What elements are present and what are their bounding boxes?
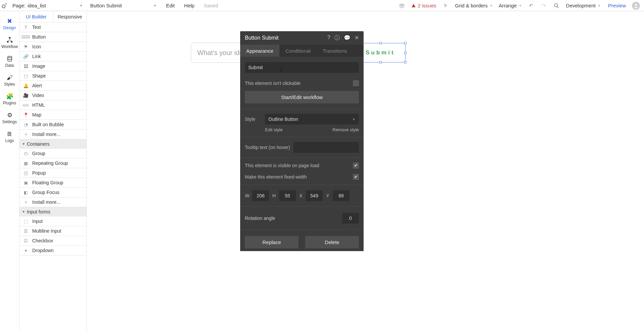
chevron-down-icon: ▼	[79, 4, 83, 7]
start-workflow-button[interactable]: Start/Edit workflow	[245, 91, 359, 103]
pointer-icon[interactable]	[442, 2, 449, 9]
svg-line-13	[10, 40, 12, 41]
palette-item-link[interactable]: 🔗Link	[19, 52, 87, 61]
issues-button[interactable]: 2 issues	[411, 3, 436, 8]
palette-item-install-more-containers[interactable]: ＋Install more...	[19, 197, 87, 207]
divider	[240, 109, 364, 109]
canvas[interactable]: What's your idea? Submit	[87, 11, 644, 331]
deploy-mode-menu[interactable]: Development ▼	[566, 3, 600, 8]
tab-responsive[interactable]: Responsive	[53, 11, 87, 22]
close-icon[interactable]: ✕	[355, 35, 359, 42]
warning-icon	[411, 3, 416, 8]
replace-button[interactable]: Replace	[245, 236, 299, 248]
arrange-menu[interactable]: Arrange ▼	[499, 3, 522, 8]
palette-item-alert[interactable]: 🔔Alert	[19, 81, 87, 91]
menu-edit[interactable]: Edit	[166, 3, 175, 8]
shape-icon: ▢	[23, 73, 29, 79]
gift-icon[interactable]	[398, 2, 405, 9]
palette-item-label: Floating Group	[32, 180, 63, 185]
user-avatar[interactable]	[632, 2, 640, 10]
palette-item-label: Built on Bubble	[32, 122, 64, 127]
palette-item-text[interactable]: TText	[19, 22, 87, 32]
palette-item-video[interactable]: 🎥Video	[19, 91, 87, 100]
y-input[interactable]: 89	[333, 190, 350, 201]
search-icon[interactable]	[553, 2, 560, 9]
y-label: Y	[325, 193, 330, 198]
palette-item-floating-group[interactable]: ▣Floating Group	[19, 178, 87, 188]
tab-conditional[interactable]: Conditional	[279, 45, 317, 57]
resize-handle[interactable]	[404, 52, 407, 54]
comment-icon[interactable]: 💬	[344, 35, 351, 42]
palette-item-icon[interactable]: ⚑Icon	[19, 42, 87, 52]
element-name-input[interactable]	[245, 62, 359, 73]
redo-icon[interactable]: ↷	[540, 2, 547, 9]
resize-handle[interactable]	[404, 42, 407, 44]
palette-item-shape[interactable]: ▢Shape	[19, 71, 87, 81]
app-logo[interactable]	[0, 0, 9, 11]
section-title: Input forms	[27, 209, 50, 215]
preview-button[interactable]: Preview	[608, 3, 626, 8]
nav-data[interactable]: Data	[0, 52, 19, 71]
tab-transitions[interactable]: Transitions	[317, 45, 353, 57]
element-select[interactable]: Button Submit ▼	[86, 0, 160, 11]
svg-point-7	[635, 4, 637, 5]
nav-plugins[interactable]: 🧩 Plugins	[0, 90, 19, 108]
w-input[interactable]: 206	[252, 190, 269, 201]
resize-handle[interactable]	[379, 61, 382, 63]
containers-header[interactable]: ▼Containers	[19, 139, 87, 149]
resize-handle[interactable]	[379, 42, 382, 44]
palette-item-repeating-group[interactable]: ▦Repeating Group	[19, 158, 87, 168]
h-input[interactable]: 55	[279, 190, 296, 201]
nav-design[interactable]: ✖ Design	[0, 14, 19, 33]
nav-label: Styles	[4, 82, 15, 87]
fixed-width-checkbox[interactable]: ✔	[353, 174, 359, 180]
palette-item-popup[interactable]: ◫Popup	[19, 168, 87, 178]
palette-item-built-on-bubble[interactable]: ◔Built on Bubble	[19, 120, 87, 130]
x-input[interactable]: 549	[306, 190, 323, 201]
tooltip-input[interactable]	[293, 142, 359, 153]
palette-item-input[interactable]: ⬚Input	[19, 217, 87, 226]
not-clickable-checkbox[interactable]	[353, 80, 359, 86]
nav-workflow[interactable]: Workflow	[0, 33, 19, 52]
info-icon[interactable]: ⓘ	[334, 35, 340, 42]
palette-item-image[interactable]: 🖼Image	[19, 61, 87, 71]
tab-ui-builder[interactable]: UI Builder	[19, 11, 53, 22]
remove-style-link[interactable]: Remove style	[332, 127, 359, 132]
palette-item-group-focus[interactable]: ◧Group Focus	[19, 188, 87, 197]
palette-item-label: Button	[32, 34, 46, 40]
nav-label: Data	[5, 63, 14, 68]
palette-item-group[interactable]: 🗀Group	[19, 149, 87, 158]
palette-item-dropdown[interactable]: ▾Dropdown	[19, 246, 87, 255]
page-select[interactable]: Page: idea_list ▼	[9, 0, 86, 11]
panel-header[interactable]: Button Submit ? ⓘ 💬 ✕	[240, 31, 364, 45]
grid-icon: ▦	[23, 160, 29, 166]
nav-styles[interactable]: 🖌 Styles	[0, 71, 19, 90]
edit-style-link[interactable]: Edit style	[265, 127, 283, 132]
palette-item-map[interactable]: 📍Map	[19, 110, 87, 120]
palette-item-html[interactable]: </>HTML	[19, 100, 87, 110]
palette-item-label: Map	[32, 112, 41, 117]
undo-icon[interactable]: ↶	[528, 2, 534, 9]
nav-logs[interactable]: 🗎 Logs	[0, 127, 19, 146]
visible-checkbox[interactable]: ✔	[353, 162, 359, 169]
palette-item-multiline[interactable]: ☰Multiline Input	[19, 226, 87, 236]
section-title: Containers	[27, 141, 50, 147]
grid-borders-label: Grid & borders	[455, 3, 488, 8]
help-icon[interactable]: ?	[327, 35, 330, 42]
palette-item-label: Multiline Input	[32, 228, 61, 234]
palette-item-checkbox[interactable]: ☑Checkbox	[19, 236, 87, 246]
chevron-down-icon: ▼	[352, 117, 356, 121]
tab-appearance[interactable]: Appearance	[240, 45, 279, 57]
menu-help[interactable]: Help	[184, 3, 195, 8]
grid-borders-menu[interactable]: Grid & borders ▼	[455, 3, 493, 8]
style-select[interactable]: Outline Button ▼	[265, 114, 359, 125]
palette-item-button[interactable]: CLICKButton	[19, 32, 87, 42]
nav-settings[interactable]: ⚙ Settings	[0, 108, 19, 127]
delete-button[interactable]: Delete	[305, 236, 359, 248]
property-panel[interactable]: Button Submit ? ⓘ 💬 ✕ Appearance Conditi…	[240, 31, 364, 251]
inputs-header[interactable]: ▼Input forms	[19, 207, 87, 217]
resize-handle[interactable]	[404, 61, 407, 63]
panel-tabs: Appearance Conditional Transitions	[240, 45, 364, 57]
rotation-input[interactable]: 0	[342, 213, 359, 224]
palette-item-install-more[interactable]: ＋Install more...	[19, 130, 87, 139]
